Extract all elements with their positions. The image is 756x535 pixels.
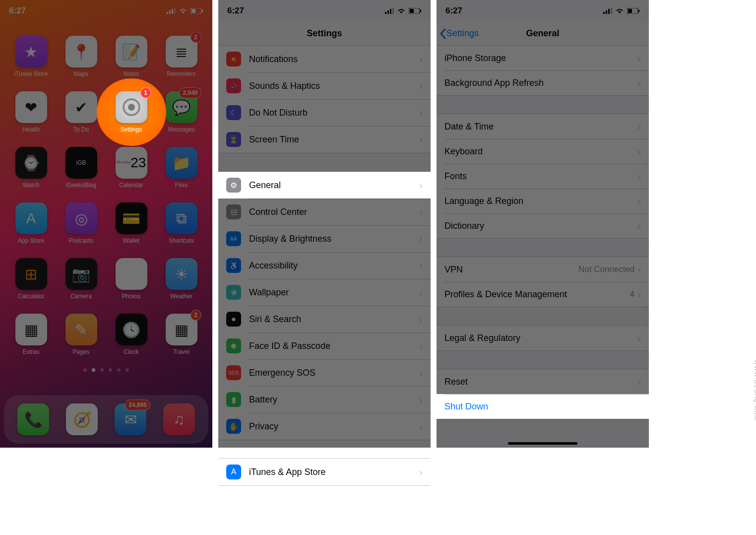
svg-rect-0 xyxy=(167,12,168,14)
battery-icon: ▮ xyxy=(226,392,241,407)
travel-icon: ▦2 xyxy=(166,314,197,345)
row-label: Keyboard xyxy=(444,146,637,157)
home-indicator[interactable] xyxy=(508,442,577,445)
row-shut-down[interactable]: Shut Down xyxy=(437,394,649,419)
chevron-right-icon: › xyxy=(637,376,641,388)
svg-rect-6 xyxy=(191,9,195,13)
page-dot[interactable] xyxy=(126,368,129,372)
safari-icon: 🧭 xyxy=(66,403,98,435)
app-reminders[interactable]: ≣2Reminders xyxy=(159,36,204,77)
row-label: Accessibility xyxy=(249,261,419,271)
app-calendar[interactable]: Monday23Calendar xyxy=(109,147,154,189)
weather-icon: ☀ xyxy=(166,258,197,290)
row-language-region[interactable]: Language & Region› xyxy=(437,189,649,213)
row-face-id-passcode[interactable]: ☻Face ID & Passcode› xyxy=(218,333,431,359)
camera-icon: 📷 xyxy=(65,258,97,290)
chevron-right-icon: › xyxy=(419,54,423,65)
row-control-center[interactable]: ⊟Control Center› xyxy=(218,199,431,225)
app-settings[interactable]: 1Settings xyxy=(109,91,154,133)
phone-icon: 📞 xyxy=(17,403,49,435)
svg-rect-1 xyxy=(169,10,171,14)
status-time: 6:27 xyxy=(445,6,462,16)
row-siri-search[interactable]: ●Siri & Search› xyxy=(218,306,431,333)
app-label: Settings xyxy=(121,126,142,133)
row-iphone-storage[interactable]: iPhone Storage› xyxy=(437,46,649,70)
page-dot[interactable] xyxy=(100,368,104,372)
row-profiles-device-management[interactable]: Profiles & Device Management4› xyxy=(437,282,649,307)
svg-rect-11 xyxy=(387,10,389,14)
row-vpn[interactable]: VPNNot Connected› xyxy=(437,257,649,282)
app-shortcuts[interactable]: ⧉Shortcuts xyxy=(159,202,204,244)
dock-app-phone[interactable]: 📞 xyxy=(11,403,56,435)
chevron-right-icon: › xyxy=(637,171,641,182)
row-sounds-haptics[interactable]: 🔊Sounds & Haptics› xyxy=(218,72,431,99)
row-keyboard[interactable]: Keyboard› xyxy=(437,139,649,164)
row-background-app-refresh[interactable]: Background App Refresh› xyxy=(437,70,649,95)
page-title: General xyxy=(526,28,559,39)
row-label: Reset xyxy=(444,377,637,387)
app-travel[interactable]: ▦2Travel xyxy=(159,314,204,355)
page-title: Settings xyxy=(307,28,342,39)
page-indicator[interactable] xyxy=(0,368,212,372)
page-dot[interactable] xyxy=(92,368,95,372)
row-reset[interactable]: Reset› xyxy=(437,369,649,394)
chevron-right-icon: › xyxy=(419,367,423,379)
row-screen-time[interactable]: ⏳Screen Time› xyxy=(218,126,431,153)
calendar-icon: Monday23 xyxy=(116,147,147,179)
photos-icon: ✿ xyxy=(116,258,147,290)
row-general[interactable]: ⚙General› xyxy=(218,172,431,199)
app-weather[interactable]: ☀Weather xyxy=(159,258,204,300)
app-label: Calculator xyxy=(17,293,44,300)
signal-icon xyxy=(385,8,394,14)
notifications-icon: 🔔 xyxy=(226,52,241,67)
row-notifications[interactable]: 🔔Notifications› xyxy=(218,46,431,72)
row-do-not-disturb[interactable]: ☾Do Not Disturb› xyxy=(218,99,431,126)
app-app-store[interactable]: AApp Store xyxy=(9,202,54,244)
row-emergency-sos[interactable]: SOSEmergency SOS› xyxy=(218,359,431,386)
row-legal-regulatory[interactable]: Legal & Regulatory› xyxy=(437,326,649,350)
row-battery[interactable]: ▮Battery› xyxy=(218,386,431,413)
app-label: Photos xyxy=(122,293,140,300)
app-pages[interactable]: ✎Pages xyxy=(59,314,104,355)
settings-screen: 6:27 Settings 🔔Notifications›🔊Sounds & H… xyxy=(218,0,431,448)
app-calculator[interactable]: ⊞Calculator xyxy=(9,258,54,300)
page-dot[interactable] xyxy=(109,368,112,372)
app-label: Notes xyxy=(124,70,139,77)
row-fonts[interactable]: Fonts› xyxy=(437,164,649,189)
app-camera[interactable]: 📷Camera xyxy=(59,258,104,300)
row-privacy[interactable]: ✋Privacy› xyxy=(218,413,431,440)
chevron-right-icon: › xyxy=(419,107,423,119)
app-itunes-store[interactable]: ★iTunes Store xyxy=(9,36,54,77)
row-accessibility[interactable]: ♿Accessibility› xyxy=(218,252,431,279)
status-bar: 6:27 xyxy=(0,0,212,22)
app-igeeksblog[interactable]: iGBiGeeksBlog xyxy=(59,147,104,189)
row-detail: Not Connected xyxy=(578,265,634,274)
dock-app-safari[interactable]: 🧭 xyxy=(60,403,104,435)
back-button[interactable]: Settings xyxy=(440,28,479,39)
app-podcasts[interactable]: ◎Podcasts xyxy=(59,202,104,244)
app-watch[interactable]: ⌚Watch xyxy=(9,147,54,189)
messages-icon: 💬2,040 xyxy=(166,91,197,123)
app-files[interactable]: 📁Files xyxy=(159,147,204,189)
chevron-right-icon: › xyxy=(419,394,423,405)
app-health[interactable]: ❤Health xyxy=(9,91,54,133)
dock-app-music[interactable]: ♫ xyxy=(157,403,201,435)
row-dictionary[interactable]: Dictionary› xyxy=(437,213,649,238)
row-date-time[interactable]: Date & Time› xyxy=(437,114,649,139)
row-display-brightness[interactable]: AADisplay & Brightness› xyxy=(218,225,431,252)
app-notes[interactable]: 📝Notes xyxy=(109,36,154,77)
app-clock[interactable]: 🕓Clock xyxy=(109,314,154,355)
svg-rect-2 xyxy=(172,9,173,14)
app-photos[interactable]: ✿Photos xyxy=(109,258,154,300)
app-maps[interactable]: 📍Maps xyxy=(59,36,104,77)
dock-app-mail[interactable]: ✉24,895 xyxy=(108,403,153,435)
page-dot[interactable] xyxy=(117,368,121,372)
app-wallet[interactable]: 💳Wallet xyxy=(109,202,154,244)
app-extras[interactable]: ▦Extras xyxy=(9,314,54,355)
row-wallpaper[interactable]: ❀Wallpaper› xyxy=(218,279,431,306)
row-itunes-app-store[interactable]: AiTunes & App Store› xyxy=(218,459,431,485)
general-list: iPhone Storage›Background App Refresh›Da… xyxy=(437,46,649,419)
page-dot[interactable] xyxy=(83,368,87,372)
extras-icon: ▦ xyxy=(15,314,47,345)
svg-rect-17 xyxy=(603,12,605,14)
